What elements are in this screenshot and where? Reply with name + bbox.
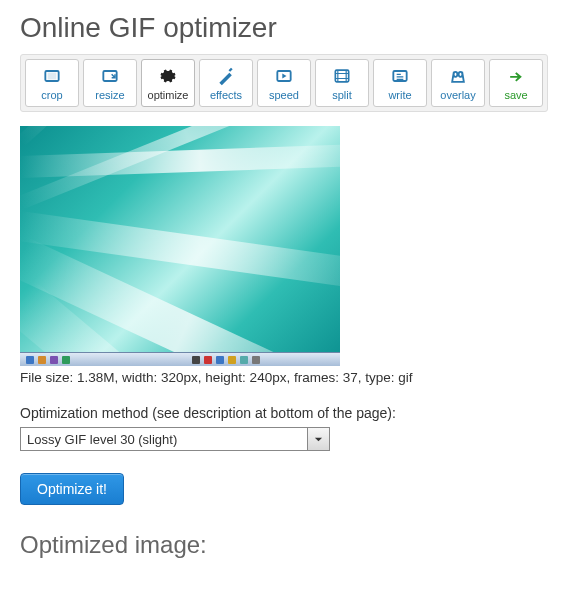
tool-overlay[interactable]: overlay xyxy=(431,59,485,107)
optimization-method-label: Optimization method (see description at … xyxy=(20,405,565,421)
optimization-method-select[interactable]: Lossy GIF level 30 (slight) xyxy=(20,427,330,451)
tool-speed[interactable]: speed xyxy=(257,59,311,107)
page-title: Online GIF optimizer xyxy=(20,12,565,44)
select-value: Lossy GIF level 30 (slight) xyxy=(27,432,177,447)
optimize-button[interactable]: Optimize it! xyxy=(20,473,124,505)
split-icon xyxy=(332,65,352,87)
tool-label: resize xyxy=(95,89,124,101)
tool-label: write xyxy=(388,89,411,101)
effects-icon xyxy=(216,65,236,87)
overlay-icon xyxy=(448,65,468,87)
tool-label: save xyxy=(504,89,527,101)
resize-icon xyxy=(100,65,120,87)
optimized-image-heading: Optimized image: xyxy=(20,531,565,559)
speed-icon xyxy=(274,65,294,87)
tool-label: effects xyxy=(210,89,242,101)
tool-resize[interactable]: resize xyxy=(83,59,137,107)
svg-rect-1 xyxy=(49,74,56,79)
tool-label: split xyxy=(332,89,352,101)
tool-label: overlay xyxy=(440,89,475,101)
save-icon xyxy=(506,65,526,87)
gif-preview xyxy=(20,126,340,366)
tool-split[interactable]: split xyxy=(315,59,369,107)
tool-effects[interactable]: effects xyxy=(199,59,253,107)
toolbar: crop resize optimize effects speed split xyxy=(20,54,548,112)
tool-write[interactable]: write xyxy=(373,59,427,107)
tool-save[interactable]: save xyxy=(489,59,543,107)
tool-optimize[interactable]: optimize xyxy=(141,59,195,107)
chevron-down-icon xyxy=(307,428,329,450)
file-info: File size: 1.38M, width: 320px, height: … xyxy=(20,370,565,385)
preview-taskbar xyxy=(20,352,340,366)
tool-label: optimize xyxy=(148,89,189,101)
optimize-icon xyxy=(158,65,178,87)
tool-label: crop xyxy=(41,89,62,101)
write-icon xyxy=(390,65,410,87)
tool-label: speed xyxy=(269,89,299,101)
crop-icon xyxy=(42,65,62,87)
tool-crop[interactable]: crop xyxy=(25,59,79,107)
